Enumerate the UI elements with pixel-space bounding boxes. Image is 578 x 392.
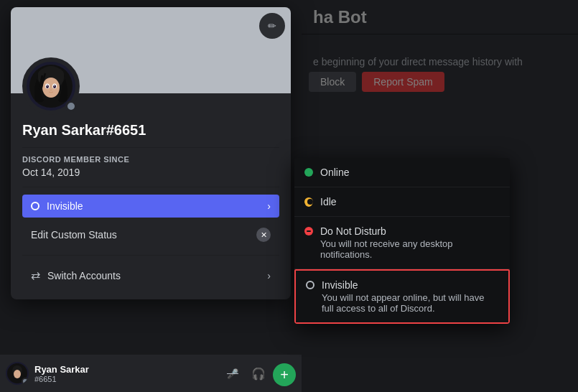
idle-crescent-svg bbox=[304, 199, 313, 207]
online-status-icon bbox=[304, 168, 313, 177]
dnd-dash bbox=[307, 230, 311, 232]
edit-custom-status-label: Edit Custom Status bbox=[31, 229, 117, 241]
status-selector[interactable]: Invisible › bbox=[22, 195, 279, 218]
user-bar-avatar bbox=[6, 362, 29, 385]
status-option-invisible[interactable]: Invisible You will not appear online, bu… bbox=[294, 269, 510, 324]
status-option-online-row: Online bbox=[304, 167, 500, 178]
user-bar-tag: #6651 bbox=[34, 375, 221, 383]
divider-3 bbox=[22, 255, 279, 256]
status-option-idle[interactable]: Idle bbox=[294, 187, 510, 217]
svg-point-13 bbox=[14, 370, 21, 378]
clear-custom-status-button[interactable]: ✕ bbox=[256, 228, 271, 242]
profile-card: ✏ Ryan Sarkar#6651 DISCORD MEMBER SINCE … bbox=[11, 7, 291, 299]
user-bar-name: Ryan Sarkar bbox=[34, 364, 221, 375]
user-bar: Ryan Sarkar #6651 🎤 🎧 ⚙ bbox=[0, 355, 302, 392]
add-friend-button[interactable]: + bbox=[273, 363, 296, 386]
switch-accounts-icon: ⇄ bbox=[31, 269, 40, 282]
dnd-option-desc: You will not receive any desktop notific… bbox=[304, 238, 500, 260]
status-option-idle-row: Idle bbox=[304, 196, 500, 207]
edit-custom-status-row[interactable]: Edit Custom Status ✕ bbox=[22, 222, 279, 248]
mute-button[interactable]: 🎤 bbox=[221, 362, 244, 385]
dnd-option-label: Do Not Disturb bbox=[320, 225, 386, 237]
status-row-left: Invisible bbox=[31, 200, 83, 212]
status-option-invisible-row: Invisible bbox=[306, 279, 498, 291]
deafen-button[interactable]: 🎧 bbox=[247, 362, 270, 385]
svg-point-6 bbox=[53, 85, 56, 88]
member-since-label: DISCORD MEMBER SINCE bbox=[22, 155, 279, 164]
divider-1 bbox=[22, 147, 279, 148]
status-option-online[interactable]: Online bbox=[294, 158, 510, 187]
svg-point-7 bbox=[47, 85, 47, 86]
avatar-image bbox=[29, 65, 73, 108]
invisible-option-desc: You will not appear online, but will hav… bbox=[306, 292, 498, 314]
invisible-status-dot bbox=[31, 202, 39, 210]
switch-accounts-label: Switch Accounts bbox=[47, 270, 121, 281]
status-option-dnd-row: Do Not Disturb bbox=[304, 225, 500, 237]
user-bar-info: Ryan Sarkar #6651 bbox=[34, 364, 221, 383]
svg-point-2 bbox=[42, 78, 60, 98]
idle-option-label: Idle bbox=[320, 196, 337, 207]
switch-accounts-chevron-icon: › bbox=[267, 270, 271, 281]
switch-accounts-row[interactable]: ⇄ Switch Accounts › bbox=[22, 263, 279, 288]
online-option-label: Online bbox=[320, 167, 349, 178]
idle-status-icon bbox=[304, 197, 313, 206]
dnd-status-icon bbox=[304, 227, 313, 235]
switch-row-left: ⇄ Switch Accounts bbox=[31, 269, 121, 282]
status-option-dnd[interactable]: Do Not Disturb You will not receive any … bbox=[294, 217, 510, 269]
current-status-label: Invisible bbox=[47, 200, 83, 212]
svg-point-5 bbox=[46, 85, 49, 88]
profile-info: Ryan Sarkar#6651 DISCORD MEMBER SINCE Oc… bbox=[11, 93, 291, 299]
divider-2 bbox=[22, 187, 279, 187]
avatar-container bbox=[22, 57, 80, 115]
username-display: Ryan Sarkar#6651 bbox=[22, 122, 279, 139]
invisible-status-icon bbox=[306, 281, 314, 289]
user-bar-status-indicator bbox=[22, 378, 29, 385]
svg-point-8 bbox=[54, 85, 55, 86]
member-since-date: Oct 14, 2019 bbox=[22, 167, 279, 178]
avatar-status-indicator bbox=[65, 101, 77, 112]
status-chevron-icon: › bbox=[267, 200, 271, 212]
edit-profile-button[interactable]: ✏ bbox=[259, 13, 285, 39]
status-dropdown: Online Idle Do Not Disturb You will not … bbox=[294, 158, 510, 324]
svg-point-10 bbox=[307, 199, 313, 205]
profile-banner: ✏ bbox=[11, 7, 291, 93]
invisible-option-label: Invisible bbox=[322, 279, 358, 291]
